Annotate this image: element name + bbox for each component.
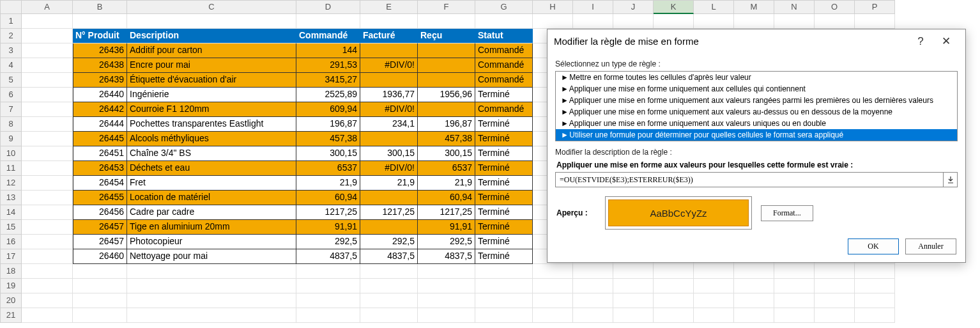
close-icon[interactable]: ✕ (933, 35, 959, 48)
cell[interactable]: 1956,96 (418, 88, 475, 102)
cell[interactable]: 300,15 (360, 146, 418, 161)
cell[interactable] (774, 264, 815, 279)
cell[interactable]: 26451 (73, 146, 127, 161)
cell[interactable] (22, 205, 73, 220)
cell[interactable]: Terminé (475, 161, 533, 176)
row-header[interactable]: 6 (0, 88, 22, 102)
cell[interactable]: 234,1 (360, 117, 418, 132)
cell[interactable]: Courroie F1 120mm (127, 102, 296, 117)
cell[interactable] (654, 14, 694, 29)
cell[interactable]: Statut (475, 29, 533, 43)
cell[interactable] (654, 264, 694, 279)
cell[interactable] (73, 14, 127, 29)
row-header[interactable]: 21 (0, 308, 22, 323)
cell[interactable]: Terminé (475, 205, 533, 220)
cell[interactable] (613, 293, 654, 308)
cell[interactable] (296, 279, 360, 293)
cell[interactable] (654, 279, 694, 293)
column-header[interactable]: O (815, 0, 855, 14)
cell[interactable]: #DIV/0! (360, 102, 418, 117)
cell[interactable] (296, 308, 360, 323)
cell[interactable]: 21,9 (296, 176, 360, 191)
row-header[interactable]: 8 (0, 117, 22, 132)
cell[interactable] (418, 279, 475, 293)
cell[interactable]: Pochettes transparentes Eastlight (127, 117, 296, 132)
cell[interactable]: 26454 (73, 176, 127, 191)
cell[interactable]: 26455 (73, 191, 127, 205)
cell[interactable] (533, 293, 573, 308)
column-header[interactable]: J (613, 0, 654, 14)
rule-type-item[interactable]: ► Appliquer une mise en forme uniquement… (556, 106, 957, 118)
cell[interactable] (613, 14, 654, 29)
row-header[interactable]: 1 (0, 14, 22, 29)
cell[interactable] (855, 14, 895, 29)
row-header[interactable]: 3 (0, 43, 22, 58)
cell[interactable] (613, 279, 654, 293)
cell[interactable]: 1217,25 (296, 205, 360, 220)
cell[interactable] (694, 14, 734, 29)
cell[interactable] (360, 191, 418, 205)
cell[interactable] (418, 308, 475, 323)
cell[interactable] (815, 264, 855, 279)
cell[interactable] (475, 308, 533, 323)
cell[interactable] (613, 264, 654, 279)
cell[interactable]: Terminé (475, 176, 533, 191)
cell[interactable] (774, 308, 815, 323)
cell[interactable] (22, 176, 73, 191)
cell[interactable] (475, 279, 533, 293)
cell[interactable] (73, 293, 127, 308)
cell[interactable]: Commandé (296, 29, 360, 43)
cell[interactable] (22, 58, 73, 73)
row-header[interactable]: 19 (0, 279, 22, 293)
cell[interactable]: Commandé (475, 102, 533, 117)
rule-type-list[interactable]: ► Mettre en forme toutes les cellules d'… (555, 71, 958, 141)
cell[interactable]: 196,87 (418, 117, 475, 132)
cell[interactable]: 26442 (73, 102, 127, 117)
cell[interactable]: 6537 (418, 161, 475, 176)
cell[interactable] (694, 264, 734, 279)
cell[interactable] (734, 293, 774, 308)
cell[interactable]: #DIV/0! (360, 161, 418, 176)
cell[interactable]: 26453 (73, 161, 127, 176)
cell[interactable] (73, 264, 127, 279)
column-header[interactable]: D (296, 0, 360, 14)
cell[interactable]: Terminé (475, 191, 533, 205)
cell[interactable]: 144 (296, 43, 360, 58)
cell[interactable] (418, 14, 475, 29)
column-header[interactable]: N (774, 0, 815, 14)
cell[interactable] (22, 220, 73, 235)
cell[interactable]: Terminé (475, 146, 533, 161)
cell[interactable] (573, 293, 613, 308)
cell[interactable] (654, 293, 694, 308)
cell[interactable] (296, 264, 360, 279)
cell[interactable] (613, 308, 654, 323)
collapse-dialog-icon[interactable] (943, 173, 957, 187)
cell[interactable] (22, 308, 73, 323)
cell[interactable]: Déchets et eau (127, 161, 296, 176)
help-icon[interactable]: ? (908, 35, 933, 48)
cell[interactable] (475, 264, 533, 279)
cell[interactable]: Commandé (475, 73, 533, 88)
cell[interactable] (734, 279, 774, 293)
cell[interactable]: Description (127, 29, 296, 43)
cell[interactable]: N° Produit (73, 29, 127, 43)
rule-type-item[interactable]: ► Appliquer une mise en forme uniquement… (556, 95, 957, 106)
cell[interactable]: 2525,89 (296, 88, 360, 102)
cell[interactable] (360, 220, 418, 235)
rule-type-item[interactable]: ► Appliquer une mise en forme uniquement… (556, 118, 957, 129)
cell[interactable] (855, 264, 895, 279)
cell[interactable]: Cadre par cadre (127, 205, 296, 220)
cell[interactable] (127, 14, 296, 29)
cell[interactable]: 292,5 (360, 235, 418, 249)
cell[interactable] (22, 279, 73, 293)
cell[interactable]: Alcools méthyliques (127, 132, 296, 146)
cell[interactable]: 4837,5 (360, 249, 418, 264)
cell[interactable] (774, 279, 815, 293)
row-header[interactable]: 18 (0, 264, 22, 279)
cell[interactable]: Terminé (475, 249, 533, 264)
row-header[interactable]: 12 (0, 176, 22, 191)
cell[interactable]: Nettoyage pour mai (127, 249, 296, 264)
column-header[interactable]: C (127, 0, 296, 14)
cell[interactable]: 609,94 (296, 102, 360, 117)
cell[interactable] (22, 88, 73, 102)
